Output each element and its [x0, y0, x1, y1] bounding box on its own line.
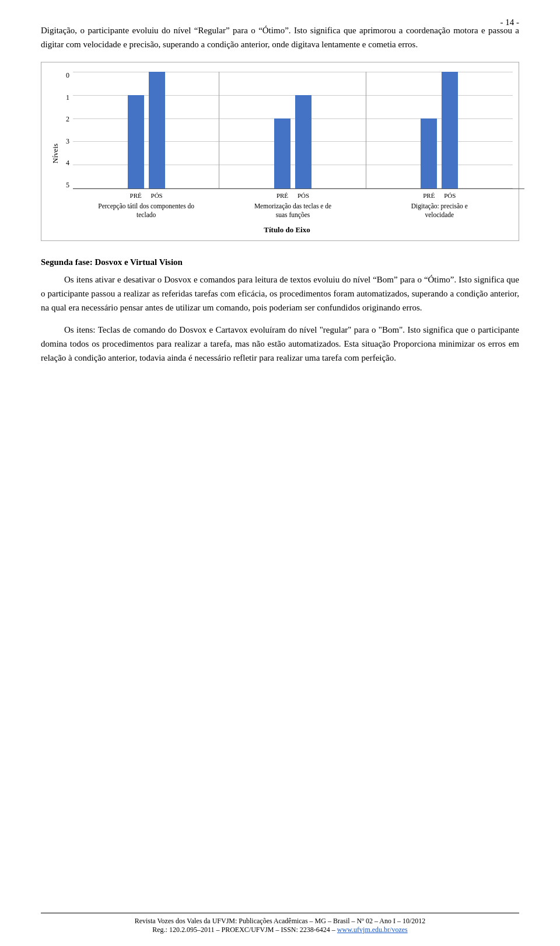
chart-plot-area: Níveis 5 4 3 2 1 0: [47, 72, 513, 235]
y-tick-4: 4: [61, 159, 69, 166]
footer-link[interactable]: www.ufvjm.edu.br/vozes: [337, 926, 408, 934]
footer-line2: Reg.: 120.2.095–2011 – PROEXC/UFVJM – IS…: [41, 926, 519, 934]
segunda-fase-text1: Os itens ativar e desativar o Dosvox e c…: [41, 273, 519, 315]
bar-pre-3: PRÉ: [421, 118, 437, 188]
chart-body: 5 4 3 2 1 0: [61, 72, 513, 235]
page-number: - 14 -: [501, 18, 520, 27]
chart-grid-and-bars: 5 4 3 2 1 0: [61, 72, 513, 188]
y-tick-0: 0: [61, 72, 69, 79]
chart-x-axis-title: Título do Eixo: [61, 225, 513, 235]
bar-pos-3: PÓS: [442, 72, 458, 188]
bar-pre-3-label: PRÉ: [421, 192, 437, 199]
bars-area: PRÉ PÓS PRÉ: [73, 72, 513, 188]
y-axis-label: Níveis: [47, 72, 61, 235]
chart-inner: Níveis 5 4 3 2 1 0: [47, 72, 513, 235]
bar-pos-3-label: PÓS: [442, 192, 458, 199]
bar-pre-1-label: PRÉ: [128, 192, 144, 199]
x-axis-labels: Percepção tátil dos componentes doteclad…: [73, 202, 513, 219]
page-container: - 14 - Digitação, o participante evoluiu…: [0, 0, 560, 946]
bar-group-3: PRÉ PÓS: [366, 72, 513, 188]
y-tick-5: 5: [61, 181, 69, 188]
x-group-label-1: Percepção tátil dos componentes doteclad…: [73, 202, 219, 219]
bar-pos-1-label: PÓS: [149, 192, 165, 199]
y-ticks: 5 4 3 2 1 0: [61, 72, 69, 188]
segunda-fase-heading: Segunda fase: Dosvox e Virtual Vision: [41, 255, 519, 269]
bar-group-2: PRÉ PÓS: [219, 72, 366, 188]
bar-pos-1: PÓS: [149, 72, 165, 188]
bar-pre-2-label: PRÉ: [274, 192, 290, 199]
y-tick-1: 1: [61, 94, 69, 101]
bar-group-1: PRÉ PÓS: [73, 72, 219, 188]
bar-pre-1: PRÉ: [128, 95, 144, 188]
x-axis-line: [73, 188, 524, 189]
bar-pos-2-label: PÓS: [295, 192, 312, 199]
x-group-label-3: Digitação: precisão evelocidade: [366, 202, 513, 219]
footer: Revista Vozes dos Vales da UFVJM: Public…: [41, 913, 519, 934]
bar-pos-2: PÓS: [295, 95, 312, 188]
x-group-label-2: Memorização das teclas e desuas funções: [219, 202, 366, 219]
groups-wrapper: PRÉ PÓS PRÉ: [73, 72, 513, 188]
chart-container: Níveis 5 4 3 2 1 0: [41, 62, 519, 241]
footer-line1: Revista Vozes dos Vales da UFVJM: Public…: [41, 917, 519, 926]
intro-text: Digitação, o participante evoluiu do nív…: [41, 23, 519, 51]
y-tick-3: 3: [61, 138, 69, 145]
bar-pre-2: PRÉ: [274, 118, 290, 188]
y-tick-2: 2: [61, 116, 69, 123]
segunda-fase-text2: Os itens: Teclas de comando do Dosvox e …: [41, 323, 519, 365]
